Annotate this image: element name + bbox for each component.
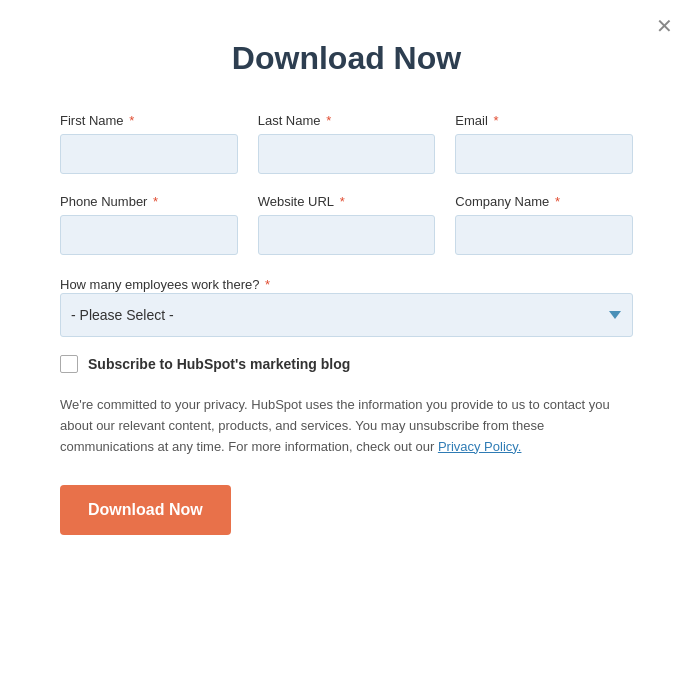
email-label: Email * xyxy=(455,113,633,128)
employees-label: How many employees work there? * xyxy=(60,277,270,292)
website-input[interactable] xyxy=(258,215,436,255)
download-form: First Name * Last Name * Email * xyxy=(60,113,633,535)
phone-input[interactable] xyxy=(60,215,238,255)
submit-button[interactable]: Download Now xyxy=(60,485,231,535)
subscribe-checkbox[interactable] xyxy=(60,355,78,373)
email-input[interactable] xyxy=(455,134,633,174)
first-name-input[interactable] xyxy=(60,134,238,174)
first-name-label: First Name * xyxy=(60,113,238,128)
last-name-label: Last Name * xyxy=(258,113,436,128)
subscribe-label: Subscribe to HubSpot's marketing blog xyxy=(88,356,350,372)
download-modal: ✕ Download Now First Name * Last Name * … xyxy=(0,0,693,690)
modal-title: Download Now xyxy=(60,40,633,77)
company-input[interactable] xyxy=(455,215,633,255)
website-label: Website URL * xyxy=(258,194,436,209)
first-name-group: First Name * xyxy=(60,113,238,174)
privacy-policy-link[interactable]: Privacy Policy. xyxy=(438,439,522,454)
form-row-1: First Name * Last Name * Email * xyxy=(60,113,633,174)
phone-label: Phone Number * xyxy=(60,194,238,209)
company-label: Company Name * xyxy=(455,194,633,209)
privacy-text: We're committed to your privacy. HubSpot… xyxy=(60,395,633,457)
form-row-2: Phone Number * Website URL * Company Nam… xyxy=(60,194,633,255)
website-group: Website URL * xyxy=(258,194,436,255)
employees-select-wrapper: - Please Select - 1-10 11-50 51-200 201-… xyxy=(60,293,633,337)
employees-select[interactable]: - Please Select - 1-10 11-50 51-200 201-… xyxy=(60,293,633,337)
phone-group: Phone Number * xyxy=(60,194,238,255)
employees-section: How many employees work there? * - Pleas… xyxy=(60,275,633,337)
last-name-group: Last Name * xyxy=(258,113,436,174)
last-name-input[interactable] xyxy=(258,134,436,174)
email-group: Email * xyxy=(455,113,633,174)
company-group: Company Name * xyxy=(455,194,633,255)
checkbox-row: Subscribe to HubSpot's marketing blog xyxy=(60,355,633,373)
close-button[interactable]: ✕ xyxy=(656,16,673,36)
